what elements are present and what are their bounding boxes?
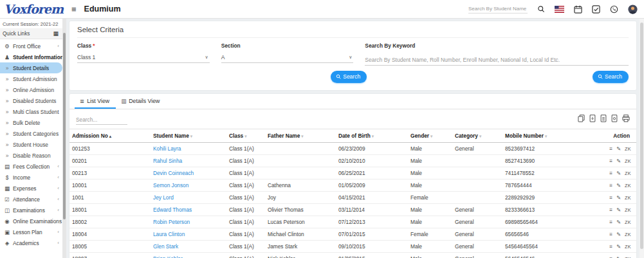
zk-action[interactable]: ZK xyxy=(625,244,631,250)
sidebar-item-student-details[interactable]: »Student Details xyxy=(0,62,62,73)
menu-toggle-icon[interactable]: ≡ xyxy=(71,5,77,14)
edit-icon[interactable]: ✎ xyxy=(616,194,621,201)
search-icon[interactable] xyxy=(537,5,545,13)
sidebar-item-academics[interactable]: ◈Academics‹ xyxy=(0,237,62,248)
edit-icon[interactable]: ✎ xyxy=(616,158,621,164)
cell-student-name[interactable]: Rahul Sinha xyxy=(151,155,226,167)
sidebar-item-examinations[interactable]: ◫Examinations‹ xyxy=(0,205,62,216)
calendar-icon[interactable] xyxy=(574,5,582,14)
sidebar-menu: ⚙Front Office‹♟Student Informationˇ»Stud… xyxy=(0,39,62,248)
column-header-gender[interactable]: Gender▾ xyxy=(408,129,452,143)
sidebar-item-label: Examinations xyxy=(13,207,45,214)
keyword-input[interactable] xyxy=(365,55,629,66)
details-icon[interactable]: ≡ xyxy=(609,182,612,189)
cell-father-name xyxy=(265,155,336,167)
cell-student-name[interactable]: Brian Kohlar xyxy=(151,253,226,258)
cell-category xyxy=(452,155,502,167)
details-icon[interactable]: ≡ xyxy=(609,231,612,237)
cell-student-name[interactable]: Glen Stark xyxy=(151,241,226,253)
print-icon[interactable] xyxy=(622,113,630,125)
zk-action[interactable]: ZK xyxy=(625,146,631,152)
sidebar-item-fees-collection[interactable]: ▤Fees Collection‹ xyxy=(0,161,62,172)
edit-icon[interactable]: ✎ xyxy=(616,207,621,213)
sidebar-item-student-admission[interactable]: »Student Admission xyxy=(0,73,62,84)
cell-student-name[interactable]: Edward Thomas xyxy=(151,204,226,216)
sidebar-item-expenses[interactable]: ▦Expenses‹ xyxy=(0,183,62,194)
sidebar-scrollbar[interactable] xyxy=(62,19,66,258)
zk-action[interactable]: ZK xyxy=(625,207,631,213)
cell-student-name[interactable]: Devin Coinneach xyxy=(151,167,226,180)
pdf-icon[interactable] xyxy=(611,113,618,125)
zk-action[interactable]: ZK xyxy=(625,158,631,164)
column-header-date-of-birth[interactable]: Date of Birth▾ xyxy=(336,129,408,143)
cell-class: Class 1(A) xyxy=(226,241,265,253)
sidebar-item-online-examinations[interactable]: ◉Online Examinations‹ xyxy=(0,216,62,226)
sidebar-item-disable-reason[interactable]: »Disable Reason xyxy=(0,150,62,161)
excel-icon[interactable] xyxy=(589,113,596,125)
zk-action[interactable]: ZK xyxy=(625,232,631,237)
avatar[interactable] xyxy=(628,5,638,14)
details-icon[interactable]: ≡ xyxy=(609,255,612,258)
quick-links[interactable]: Quick Links ▦ xyxy=(0,28,62,39)
sidebar-item-student-information[interactable]: ♟Student Informationˇ xyxy=(0,51,62,62)
cell-father-name: Cathenna xyxy=(265,180,336,192)
sidebar-item-multi-class-student[interactable]: »Multi Class Student xyxy=(0,106,62,117)
column-header-father-name[interactable]: Father Name▾ xyxy=(265,129,336,143)
cell-student-name[interactable]: Semon Jonson xyxy=(151,180,226,192)
logo[interactable]: Voxforem xyxy=(0,0,66,18)
details-icon[interactable]: ≡ xyxy=(609,158,612,164)
cell-student-name[interactable]: Robin Peterson xyxy=(151,216,226,228)
details-icon[interactable]: ≡ xyxy=(609,243,612,250)
sidebar-item-attendance[interactable]: ☑Attendance‹ xyxy=(0,194,62,205)
tab-list-view[interactable]: ≣List View xyxy=(75,94,116,109)
tab-details-view[interactable]: ▥Details View xyxy=(116,94,166,109)
details-icon[interactable]: ≡ xyxy=(609,207,612,213)
sidebar-item-bulk-delete[interactable]: »Bulk Delete xyxy=(0,117,62,128)
copy-icon[interactable] xyxy=(578,113,585,125)
zk-action[interactable]: ZK xyxy=(625,195,631,201)
column-header-admission-no[interactable]: Admission No▴ xyxy=(69,129,151,143)
cell-student-name[interactable]: Laura Clinton xyxy=(151,228,226,241)
sidebar-item-income[interactable]: $Income‹ xyxy=(0,172,62,183)
sidebar-item-front-office[interactable]: ⚙Front Office‹ xyxy=(0,41,62,51)
edit-icon[interactable]: ✎ xyxy=(616,231,621,237)
zk-action[interactable]: ZK xyxy=(625,183,631,189)
edit-icon[interactable]: ✎ xyxy=(616,219,621,225)
zk-action[interactable]: ZK xyxy=(625,170,631,176)
sidebar-item-student-categories[interactable]: »Student Categories xyxy=(0,128,62,139)
details-icon[interactable]: ≡ xyxy=(609,170,612,176)
edit-icon[interactable]: ✎ xyxy=(616,255,621,258)
edit-icon[interactable]: ✎ xyxy=(616,145,621,152)
sidebar-item-student-house[interactable]: »Student House xyxy=(0,139,62,150)
edit-icon[interactable]: ✎ xyxy=(616,243,621,250)
page-scrollbar[interactable] xyxy=(639,19,644,258)
language-flag-icon[interactable] xyxy=(555,6,564,13)
tasks-icon[interactable] xyxy=(592,5,600,14)
details-icon[interactable]: ≡ xyxy=(609,219,612,225)
edit-icon[interactable]: ✎ xyxy=(616,182,621,189)
sidebar-item-disabled-students[interactable]: »Disabled Students xyxy=(0,95,62,106)
student-quick-search-input[interactable] xyxy=(468,5,528,14)
cell-gender: Female xyxy=(408,228,452,241)
sidebar-item-online-admission[interactable]: »Online Admission xyxy=(0,84,62,95)
cell-student-name[interactable]: Kohili Layra xyxy=(151,143,226,155)
edit-icon[interactable]: ✎ xyxy=(616,170,621,176)
keyword-search-button[interactable]: Search xyxy=(593,71,629,83)
sub-arrow-icon: » xyxy=(4,98,10,104)
cell-student-name[interactable]: Jey Lord xyxy=(151,192,226,204)
column-header-student-name[interactable]: Student Name▾ xyxy=(151,129,226,143)
details-icon[interactable]: ≡ xyxy=(609,194,612,201)
whatsapp-icon[interactable] xyxy=(610,5,618,14)
table-search-input[interactable] xyxy=(76,115,127,125)
section-select[interactable]: A ∨ xyxy=(221,53,354,63)
sidebar-item-lesson-plan[interactable]: ▣Lesson Plan‹ xyxy=(0,226,62,237)
details-icon[interactable]: ≡ xyxy=(609,145,612,152)
class-select[interactable]: Class 1 ∨ xyxy=(77,53,210,63)
column-header-category[interactable]: Category▾ xyxy=(452,129,502,143)
column-header-class[interactable]: Class▾ xyxy=(226,129,265,143)
zk-action[interactable]: ZK xyxy=(625,219,631,225)
front-office-icon: ⚙ xyxy=(4,43,10,50)
column-header-mobile-number[interactable]: Mobile Number▾ xyxy=(502,129,599,143)
csv-icon[interactable] xyxy=(600,113,607,125)
search-button[interactable]: Search xyxy=(331,71,367,83)
